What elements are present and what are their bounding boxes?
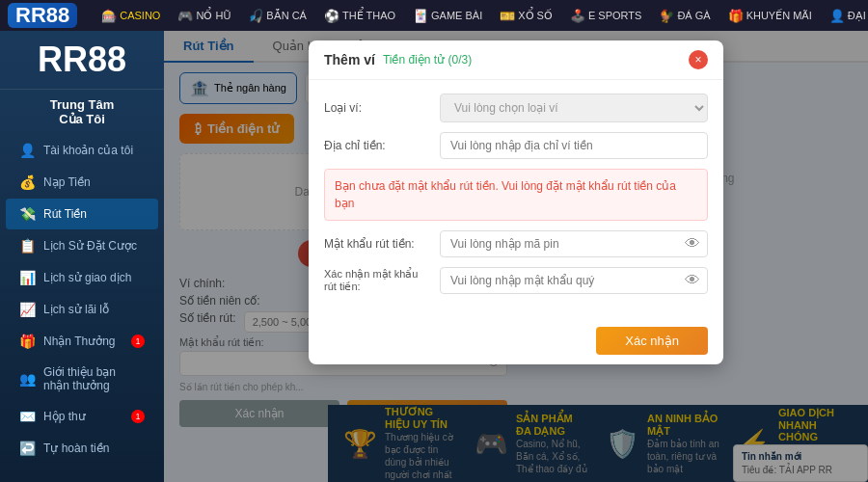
nav-esports[interactable]: 🕹️ E SPORTS: [563, 0, 648, 31]
sidebar-item-referral[interactable]: 👥 Giới thiệu bạn nhận thưởng: [6, 358, 158, 400]
bet-history-icon: 📋: [19, 238, 36, 254]
modal-header: Thêm ví Tiền điện tử (0/3) ×: [309, 40, 723, 80]
top-navigation: RR88 🎰 CASINO 🎮 NỔ HŨ 🎣 BẮN CÁ ⚽ THỂ THA…: [0, 0, 868, 31]
daily-icon: 👤: [829, 9, 845, 23]
content-area: Rút Tiền Quản lý tài khoản 🏦 Thẻ ngân hà…: [164, 31, 868, 482]
transaction-icon: 📊: [19, 270, 36, 285]
confirm-pin-label: Xác nhận mật khẩu rút tiền:: [324, 268, 430, 293]
form-row-confirm-pin: Xác nhận mật khẩu rút tiền: 👁: [324, 267, 708, 294]
sidebar-item-bet-history[interactable]: 📋 Lịch Sử Đặt Cược: [6, 230, 158, 261]
logo-text: RR88: [15, 5, 69, 26]
confirm-pin-control: 👁: [440, 267, 708, 294]
sidebar-menu: 👤 Tài khoản của tôi 💰 Nạp Tiền 💸 Rút Tiề…: [0, 130, 164, 482]
reward-badge: 1: [131, 335, 145, 348]
account-icon: 👤: [19, 143, 36, 158]
referral-icon: 👥: [19, 371, 36, 387]
banca-icon: 🎣: [248, 9, 263, 23]
gamebai-icon: 🃏: [413, 9, 428, 23]
address-input[interactable]: [440, 132, 708, 159]
form-row-address: Địa chỉ tiền:: [324, 132, 708, 159]
confirm-pin-input[interactable]: [440, 267, 708, 294]
withdraw-icon: 💸: [19, 206, 36, 222]
khuyenmai-icon: 🎁: [728, 9, 744, 23]
nav-the-thao[interactable]: ⚽ THỂ THAO: [317, 0, 402, 31]
reward-icon: 🎁: [19, 334, 36, 349]
warning-message: Bạn chưa đặt mật khẩu rút tiền. Vui lòng…: [324, 169, 708, 221]
nav-xo-so[interactable]: 🎫 XỔ SỐ: [493, 0, 559, 31]
inbox-badge: 1: [131, 410, 145, 423]
confirm-eye-icon[interactable]: 👁: [685, 272, 700, 289]
form-row-wallet-type: Loại ví: Vui lòng chọn loại ví: [324, 94, 708, 122]
modal-footer: Xác nhận: [309, 317, 723, 364]
sidebar-logo-text: RR88: [12, 42, 152, 77]
main-layout: RR88 Trung Tâm Của Tôi 👤 Tài khoản của t…: [0, 31, 868, 482]
sidebar: RR88 Trung Tâm Của Tôi 👤 Tài khoản của t…: [0, 31, 164, 482]
thethao-icon: ⚽: [324, 9, 339, 23]
add-wallet-modal: Thêm ví Tiền điện tử (0/3) × Loại ví: Vu…: [309, 40, 723, 364]
modal-body: Loại ví: Vui lòng chọn loại ví Địa chỉ t…: [309, 80, 723, 317]
nav-ban-ca[interactable]: 🎣 BẮN CÁ: [241, 0, 313, 31]
modal-wallet-info: Tiền điện tử (0/3): [383, 53, 472, 67]
nav-game-bai[interactable]: 🃏 GAME BÀI: [406, 0, 489, 31]
nav-khuyen-mai[interactable]: 🎁 KHUYẾN MÃI: [721, 0, 819, 31]
modal-confirm-button[interactable]: Xác nhận: [596, 327, 708, 355]
daga-icon: 🐓: [659, 9, 674, 23]
profit-icon: 📈: [19, 302, 36, 317]
sidebar-logo: RR88: [0, 31, 164, 90]
address-control: [440, 132, 708, 159]
form-row-pin: Mật khẩu rút tiền: 👁: [324, 230, 708, 257]
address-label: Địa chỉ tiền:: [324, 139, 430, 152]
modal-title-section: Thêm ví Tiền điện tử (0/3): [324, 52, 472, 67]
nohu-icon: 🎮: [177, 9, 193, 23]
nav-logo[interactable]: RR88: [8, 3, 83, 28]
sidebar-item-cashback[interactable]: ↩️ Tự hoàn tiền: [6, 433, 158, 464]
sidebar-item-account[interactable]: 👤 Tài khoản của tôi: [6, 135, 158, 166]
pin-label: Mật khẩu rút tiền:: [324, 237, 430, 251]
wallet-type-label: Loại ví:: [324, 101, 430, 115]
sidebar-item-profit-history[interactable]: 📈 Lịch sử lãi lỗ: [6, 294, 158, 325]
pin-eye-icon[interactable]: 👁: [685, 235, 700, 253]
nav-casino[interactable]: 🎰 CASINO: [95, 0, 167, 31]
xoso-icon: 🎫: [500, 9, 515, 23]
sidebar-item-reward[interactable]: 🎁 Nhận Thưởng 1: [6, 326, 158, 357]
nav-dai-ly[interactable]: 👤 ĐẠI LÝ: [823, 0, 868, 31]
esports-icon: 🕹️: [570, 9, 585, 23]
deposit-icon: 💰: [19, 174, 36, 190]
modal-close-button[interactable]: ×: [689, 50, 708, 69]
casino-icon: 🎰: [101, 9, 117, 23]
nav-da-ga[interactable]: 🐓 ĐÁ GÀ: [652, 0, 717, 31]
cashback-icon: ↩️: [19, 441, 36, 456]
sidebar-item-withdraw[interactable]: 💸 Rút Tiền: [6, 199, 158, 229]
sidebar-item-inbox[interactable]: ✉️ Hộp thư 1: [6, 401, 158, 432]
pin-input[interactable]: [440, 230, 708, 257]
sidebar-item-deposit[interactable]: 💰 Nạp Tiền: [6, 167, 158, 198]
sidebar-title: Trung Tâm Của Tôi: [0, 90, 164, 130]
sidebar-item-transaction-history[interactable]: 📊 Lịch sử giao dịch: [6, 262, 158, 293]
modal-overlay[interactable]: Thêm ví Tiền điện tử (0/3) × Loại ví: Vu…: [164, 31, 868, 482]
wallet-type-select[interactable]: Vui lòng chọn loại ví: [440, 94, 708, 122]
pin-control: 👁: [440, 230, 708, 257]
inbox-icon: ✉️: [19, 409, 36, 424]
wallet-type-control: Vui lòng chọn loại ví: [440, 94, 708, 122]
modal-title: Thêm ví: [324, 52, 375, 67]
nav-no-hu[interactable]: 🎮 NỔ HŨ: [171, 0, 237, 31]
